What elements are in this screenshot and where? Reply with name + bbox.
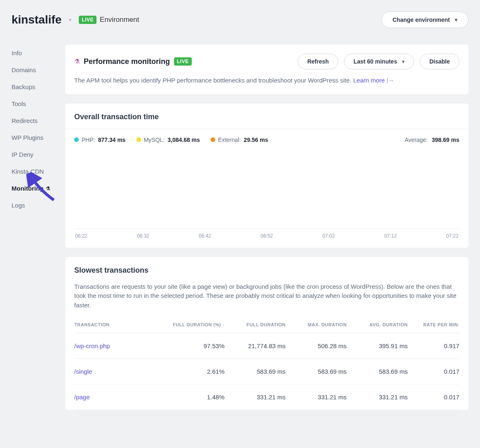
overall-card: Overall transaction time PHP: 877.34 ms … — [65, 104, 468, 248]
refresh-button[interactable]: Refresh — [298, 54, 338, 69]
xaxis-tick: 07:02 — [322, 233, 335, 239]
site-name: kinstalife — [12, 13, 61, 26]
cell-rate: 0.017 — [408, 368, 459, 375]
change-environment-button[interactable]: Change environment ▾ — [381, 12, 468, 28]
table-row: /wp-cron.php97.53%21,774.83 ms506.28 ms3… — [74, 333, 459, 359]
sidebar-item-label: Info — [12, 50, 22, 57]
external-dot-icon — [211, 137, 215, 142]
cell-pct: 97.53% — [168, 342, 225, 349]
beaker-icon: ⚗ — [74, 58, 80, 65]
slowest-title: Slowest transactions — [74, 266, 459, 275]
th-full[interactable]: FULL DURATION — [224, 322, 285, 327]
table-header: TRANSACTION FULL DURATION (%)↓ FULL DURA… — [74, 316, 459, 333]
timerange-button[interactable]: Last 60 minutes ▾ — [344, 54, 414, 69]
sidebar-item-backups[interactable]: Backups — [12, 78, 57, 95]
sidebar-item-label: IP Deny — [12, 151, 33, 158]
sidebar-item-domains[interactable]: Domains — [12, 61, 57, 78]
sidebar: InfoDomainsBackupsToolsRedirectsWP Plugi… — [12, 45, 57, 410]
cell-max: 331.21 ms — [286, 394, 347, 401]
cell-rate: 0.017 — [408, 394, 459, 401]
beaker-icon: ⚗ — [46, 186, 50, 191]
cell-max: 506.28 ms — [286, 342, 347, 349]
change-environment-label: Change environment — [393, 17, 450, 23]
php-legend-val: 877.34 ms — [98, 137, 126, 143]
mysql-legend-val: 3,084.68 ms — [167, 137, 200, 143]
sidebar-item-ip-deny[interactable]: IP Deny — [12, 146, 57, 163]
perf-desc: The APM tool helps you identify PHP perf… — [74, 76, 459, 85]
mysql-legend-label: MySQL: — [144, 137, 165, 143]
cell-max: 583.69 ms — [286, 368, 347, 375]
learn-more-link[interactable]: Learn more — [353, 77, 385, 84]
table-row: /single2.61%583.69 ms583.69 ms583.69 ms0… — [74, 359, 459, 384]
sidebar-item-label: Domains — [12, 66, 36, 73]
timerange-label: Last 60 minutes — [353, 58, 397, 65]
sidebar-item-label: Monitoring — [12, 185, 43, 192]
env-badge: LIVE — [79, 16, 96, 24]
external-legend-val: 29.56 ms — [244, 137, 268, 143]
cell-avg: 331.21 ms — [347, 394, 408, 401]
xaxis-tick: 06:42 — [199, 233, 211, 239]
slowest-desc: Transactions are requests to your site (… — [74, 282, 459, 310]
th-rate[interactable]: RATE PER MIN. — [408, 322, 459, 327]
avg-legend-val: 398.69 ms — [432, 137, 459, 143]
perf-card: ⚗ Performance monitoring LIVE Refresh La… — [65, 45, 468, 94]
cell-pct: 1.48% — [168, 394, 225, 401]
sidebar-item-label: Kinsta CDN — [12, 168, 44, 175]
xaxis-tick: 06:22 — [75, 233, 87, 239]
sidebar-item-label: Redirects — [12, 117, 38, 124]
avg-legend-label: Average: — [405, 137, 428, 143]
site-chevron-icon[interactable]: ▾ — [69, 17, 71, 23]
transaction-link[interactable]: /single — [74, 368, 168, 375]
perf-title: Performance monitoring — [84, 57, 170, 66]
cell-full: 583.69 ms — [224, 368, 285, 375]
cell-avg: 395.91 ms — [347, 342, 408, 349]
sidebar-item-kinsta-cdn[interactable]: Kinsta CDN — [12, 163, 57, 180]
th-max[interactable]: MAX. DURATION — [286, 322, 347, 327]
th-avg[interactable]: AVG. DURATION — [347, 322, 408, 327]
sidebar-item-logs[interactable]: Logs — [12, 197, 57, 214]
mysql-dot-icon — [136, 137, 141, 142]
sidebar-item-info[interactable]: Info — [12, 45, 57, 61]
xaxis-tick: 07:12 — [384, 233, 397, 239]
chart — [74, 147, 459, 230]
cell-full: 331.21 ms — [224, 394, 285, 401]
perf-badge: LIVE — [174, 57, 192, 66]
php-dot-icon — [74, 137, 79, 142]
sidebar-item-wp-plugins[interactable]: WP Plugins — [12, 129, 57, 146]
chart-legend: PHP: 877.34 ms MySQL: 3,084.68 ms Extern… — [74, 137, 459, 143]
xaxis-tick: 06:32 — [137, 233, 149, 239]
transaction-link[interactable]: /wp-cron.php — [74, 342, 168, 349]
cell-full: 21,774.83 ms — [224, 342, 285, 349]
sidebar-item-monitoring[interactable]: Monitoring⚗ — [12, 180, 57, 197]
external-link-icon: |→ — [386, 77, 394, 84]
disable-button[interactable]: Disable — [420, 54, 459, 69]
xaxis-tick: 06:52 — [261, 233, 273, 239]
sidebar-item-label: Logs — [12, 202, 25, 209]
slowest-card: Slowest transactions Transactions are re… — [65, 257, 468, 410]
th-transaction[interactable]: TRANSACTION — [74, 322, 168, 327]
sidebar-item-label: WP Plugins — [12, 134, 43, 141]
overall-title: Overall transaction time — [74, 113, 459, 121]
th-full-pct[interactable]: FULL DURATION (%)↓ — [168, 322, 225, 327]
sidebar-item-redirects[interactable]: Redirects — [12, 112, 57, 129]
table-row: /page1.48%331.21 ms331.21 ms331.21 ms0.0… — [74, 384, 459, 410]
cell-rate: 0.917 — [408, 342, 459, 349]
external-legend-label: External: — [218, 137, 241, 143]
transaction-link[interactable]: /page — [74, 394, 168, 401]
php-legend-label: PHP: — [82, 137, 95, 143]
env-label: Environment — [100, 16, 139, 24]
cell-avg: 583.69 ms — [347, 368, 408, 375]
chevron-down-icon: ▾ — [455, 17, 457, 23]
cell-pct: 2.61% — [168, 368, 225, 375]
chevron-down-icon: ▾ — [402, 59, 405, 64]
chart-xaxis: 06:2206:3206:4206:5207:0207:1207:22 — [74, 233, 459, 239]
sidebar-item-label: Tools — [12, 100, 26, 107]
sidebar-item-tools[interactable]: Tools — [12, 95, 57, 112]
sidebar-item-label: Backups — [12, 83, 35, 90]
xaxis-tick: 07:22 — [446, 233, 459, 239]
